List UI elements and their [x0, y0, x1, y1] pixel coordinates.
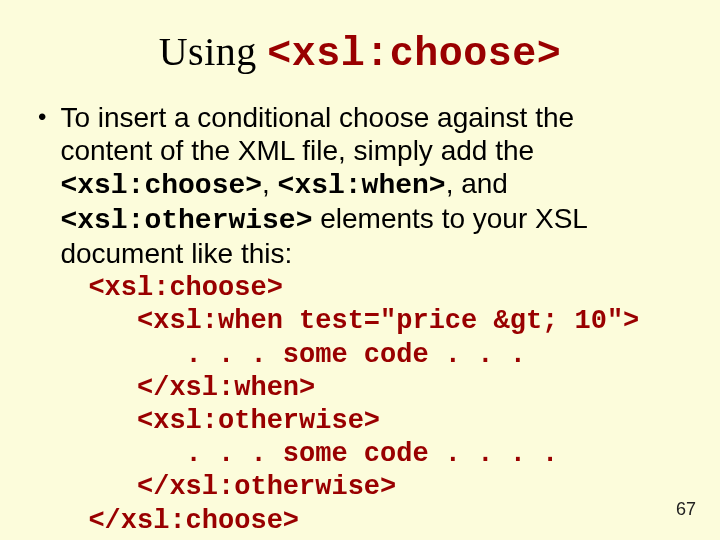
slide: Using <xsl:choose> • To insert a conditi…: [0, 0, 720, 540]
intro-sep2: , and: [446, 168, 508, 199]
inline-code-choose: <xsl:choose>: [60, 170, 262, 201]
bullet-item: • To insert a conditional choose against…: [38, 101, 672, 538]
slide-title: Using <xsl:choose>: [48, 28, 672, 77]
inline-code-when: <xsl:when>: [278, 170, 446, 201]
inline-code-otherwise: <xsl:otherwise>: [60, 205, 312, 236]
title-text: Using: [159, 29, 268, 74]
bullet-marker: •: [38, 101, 46, 133]
title-code: <xsl:choose>: [267, 32, 561, 77]
intro-sep1: ,: [262, 168, 278, 199]
code-sample: <xsl:choose> <xsl:when test="price &gt; …: [88, 272, 660, 538]
page-number: 67: [676, 499, 696, 520]
intro-text: To insert a conditional choose against t…: [60, 101, 660, 538]
intro-part1: To insert a conditional choose against t…: [60, 102, 574, 166]
